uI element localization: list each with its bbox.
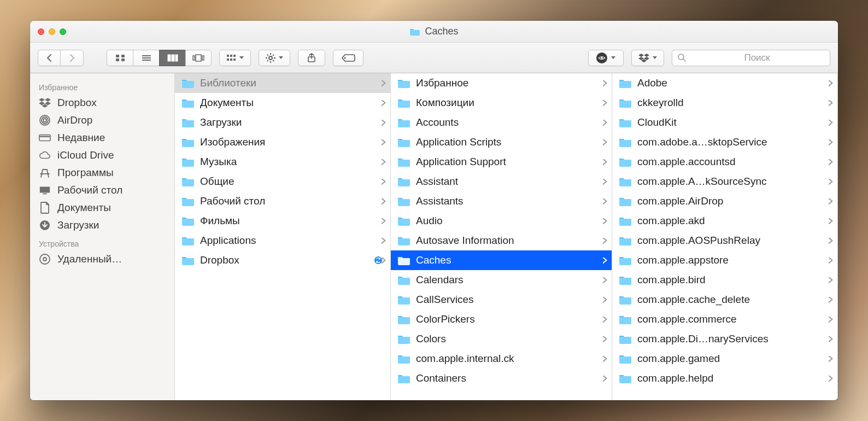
list-item[interactable]: Applications [175, 231, 390, 250]
folder-icon [397, 97, 410, 108]
disclosure-arrow-icon [829, 120, 833, 126]
list-item[interactable]: com.apple.internal.ck [391, 349, 612, 369]
list-item[interactable]: Фильмы [175, 211, 390, 231]
search-field[interactable] [672, 50, 830, 66]
minimize-button[interactable] [49, 28, 55, 35]
item-label: com.apple.accountsd [637, 156, 833, 168]
share-button[interactable] [298, 50, 325, 66]
chevron-down-icon [239, 56, 244, 59]
item-label: Assistant [416, 176, 607, 188]
list-item[interactable]: com.apple.appstore [612, 250, 837, 270]
folder-icon [181, 196, 195, 207]
columns-icon [167, 54, 178, 62]
columns: БиблиотекиДокументыЗагрузкиИзображенияМу… [175, 73, 838, 400]
list-item[interactable]: Colors [391, 329, 612, 349]
sidebar-item-downloads[interactable]: Загрузки [30, 217, 174, 234]
list-item[interactable]: Загрузки [175, 113, 390, 132]
list-item[interactable]: CallServices [391, 290, 612, 309]
svg-rect-7 [168, 55, 171, 61]
list-item[interactable]: com.apple.gamed [612, 349, 837, 369]
list-item[interactable]: com.apple.accountsd [612, 152, 837, 172]
dark-mode-button[interactable] [588, 50, 624, 66]
sidebar-item-dropbox[interactable]: Dropbox [30, 94, 174, 112]
list-item[interactable]: com.apple.AirDrop [612, 191, 837, 211]
svg-rect-40 [43, 194, 46, 195]
list-item[interactable]: Application Scripts [391, 132, 612, 152]
sidebar-item-airdrop[interactable]: AirDrop [30, 112, 174, 129]
list-item[interactable]: com.apple.commerce [612, 309, 837, 329]
list-item[interactable]: Containers [391, 369, 612, 388]
folder-icon [181, 78, 195, 89]
svg-rect-13 [227, 55, 229, 57]
list-item[interactable]: com.apple.akd [612, 211, 837, 231]
list-item[interactable]: com.apple.Di…naryServices [612, 329, 837, 349]
sidebar-item-remote[interactable]: Удаленный… [30, 250, 174, 268]
list-item[interactable]: Autosave Information [391, 231, 612, 250]
list-item[interactable]: com.apple.bird [612, 270, 837, 290]
view-columns-button[interactable] [159, 50, 185, 66]
list-item[interactable]: com.apple.A…kSourceSync [612, 172, 837, 191]
sidebar-item-label: Недавние [57, 132, 105, 144]
svg-rect-8 [172, 55, 174, 61]
list-item[interactable]: ColorPickers [391, 309, 612, 329]
list-item[interactable]: Accounts [391, 113, 612, 132]
svg-rect-3 [121, 59, 125, 61]
list-item[interactable]: com.apple.cache_delete [612, 290, 837, 309]
list-item[interactable]: Assistants [391, 191, 612, 211]
sidebar-item-apps[interactable]: Программы [30, 164, 174, 182]
sidebar-item-desktop[interactable]: Рабочий стол [30, 182, 174, 199]
list-item[interactable]: Caches [391, 250, 612, 270]
list-item[interactable]: Изображения [175, 132, 390, 152]
disclosure-arrow-icon [829, 277, 833, 283]
folder-icon [397, 78, 410, 89]
view-list-button[interactable] [133, 50, 159, 66]
sidebar: ИзбранноеDropboxAirDropНедавниеiCloud Dr… [30, 73, 175, 400]
list-item[interactable]: com.apple.AOSPushRelay [612, 231, 837, 250]
list-item[interactable]: CloudKit [612, 113, 837, 132]
sidebar-item-recents[interactable]: Недавние [30, 129, 174, 147]
item-label: Фильмы [200, 215, 386, 227]
list-item[interactable]: Dropbox [175, 250, 390, 270]
back-button[interactable] [38, 50, 61, 66]
item-label: com.apple.helpd [637, 372, 833, 384]
list-item[interactable]: Audio [391, 211, 612, 231]
list-item[interactable]: Assistant [391, 172, 612, 191]
disclosure-arrow-icon [829, 317, 833, 323]
apps-icon [39, 167, 51, 178]
dropbox-toolbar-button[interactable] [631, 50, 664, 66]
list-item[interactable]: Рабочий стол [175, 191, 390, 211]
sidebar-item-label: Удаленный… [57, 253, 122, 265]
item-label: com.apple.akd [637, 215, 833, 227]
sidebar-item-docs[interactable]: Документы [30, 199, 174, 217]
item-label: com.apple.cache_delete [637, 294, 833, 306]
view-gallery-button[interactable] [185, 50, 212, 66]
disclosure-arrow-icon [829, 336, 833, 342]
action-button[interactable] [259, 50, 290, 66]
list-item[interactable]: Общие [175, 172, 390, 191]
close-button[interactable] [38, 28, 44, 35]
tags-button[interactable] [333, 50, 363, 66]
forward-button[interactable] [61, 50, 84, 66]
group-by-button[interactable] [219, 50, 251, 66]
list-item[interactable]: Композиции [391, 93, 612, 113]
list-item[interactable]: com.adobe.a…sktopService [612, 132, 837, 152]
list-item[interactable]: Избранное [391, 73, 612, 93]
svg-rect-4 [142, 55, 151, 56]
list-item[interactable]: Документы [175, 93, 390, 113]
sidebar-item-label: AirDrop [57, 114, 92, 126]
list-item[interactable]: Музыка [175, 152, 390, 172]
list-item[interactable]: Application Support [391, 152, 612, 172]
list-item[interactable]: ckkeyrolld [612, 93, 837, 113]
list-item[interactable]: Adobe [612, 73, 837, 93]
sidebar-item-icloud[interactable]: iCloud Drive [30, 147, 174, 164]
view-icons-button[interactable] [107, 50, 133, 66]
search-input[interactable] [690, 52, 824, 63]
list-item[interactable]: Calendars [391, 270, 612, 290]
list-item[interactable]: Библиотеки [175, 73, 390, 93]
disclosure-arrow-icon [829, 159, 833, 165]
list-item[interactable]: com.apple.helpd [612, 369, 837, 388]
item-label: Избранное [416, 77, 607, 89]
folder-icon [181, 176, 195, 187]
disclosure-arrow-icon [829, 356, 833, 362]
zoom-button[interactable] [60, 28, 66, 35]
